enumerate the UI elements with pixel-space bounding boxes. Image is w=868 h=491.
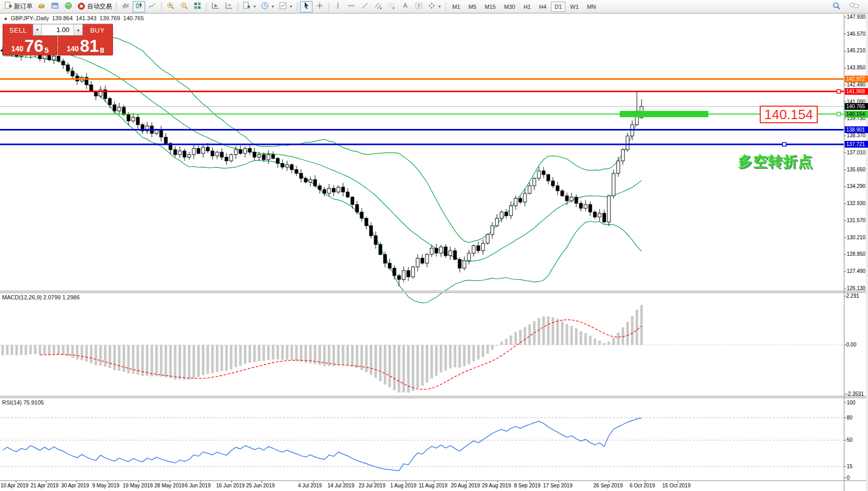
date-label: 16 Jun 2019	[216, 483, 245, 488]
tile-windows-button[interactable]	[191, 1, 204, 12]
macd-label: MACD(12,26,9) 2.0799 1.2986	[2, 294, 80, 300]
line-handle[interactable]	[782, 142, 786, 146]
trendline-button[interactable]	[359, 1, 371, 12]
line-chart-icon	[148, 2, 156, 11]
timeframe-m1[interactable]: M1	[449, 2, 464, 12]
timeframe-w1[interactable]: W1	[566, 2, 582, 12]
candlestick-chart-icon	[135, 2, 143, 11]
crosshair-button[interactable]	[314, 1, 326, 12]
price-annotation-box[interactable]: 140.154	[760, 106, 818, 123]
fibonacci-button[interactable]: F	[386, 1, 398, 12]
bar-chart-button[interactable]	[119, 1, 132, 12]
rsi-scale-label: 80	[847, 415, 852, 421]
band-middle	[3, 42, 642, 262]
band-lower	[3, 56, 642, 303]
date-label: 11 Aug 2019	[419, 483, 447, 488]
turning-point-annotation[interactable]: 多空转折点	[738, 152, 813, 171]
data-window-icon	[64, 2, 73, 11]
new-order-button[interactable]: 新订单	[3, 1, 34, 12]
bollinger-bands	[3, 29, 642, 303]
price-tick-label: 137.010	[847, 150, 865, 156]
date-label: 9 May 2019	[92, 483, 119, 488]
periods-button[interactable]: ▼	[259, 1, 276, 12]
tile-windows-icon	[193, 2, 202, 11]
line-chart-button[interactable]	[146, 1, 159, 12]
line-handle[interactable]	[837, 90, 841, 93]
date-label: 20 Aug 2019	[451, 483, 480, 488]
timeframe-d1[interactable]: D1	[551, 2, 565, 12]
date-label: 10 Apr 2019	[1, 483, 29, 488]
toolbar-separator	[297, 2, 297, 11]
zoom-out-button[interactable]	[178, 1, 190, 12]
symbol-period-label: GBPJPY-,Daily	[11, 15, 49, 21]
volume-input[interactable]	[42, 24, 74, 35]
price-tick-label: 134.290	[847, 183, 865, 190]
trendline-icon	[361, 2, 369, 11]
navigator-icon	[51, 2, 59, 11]
indicators-button[interactable]: ▼	[277, 1, 294, 12]
macd-scale-label: 0.00	[846, 342, 856, 348]
zoom-in-icon	[166, 2, 175, 11]
date-label: 23 Jul 2019	[359, 483, 386, 488]
cursor-button[interactable]	[300, 1, 312, 12]
auto-scroll-button[interactable]	[209, 1, 222, 12]
price-tick-label: 143.850	[847, 65, 865, 71]
indicators-icon	[279, 2, 287, 11]
horizontal-line-objects[interactable]	[0, 79, 844, 146]
timeframe-toolbar: M1M5M15M30H1H4D1W1MN	[448, 2, 600, 12]
rsi-indicator	[0, 418, 844, 471]
chart-canvas[interactable]	[0, 0, 868, 491]
data-window-button[interactable]	[62, 1, 75, 12]
zoom-in-button[interactable]	[164, 1, 177, 12]
date-label: 28 May 2019	[154, 483, 184, 488]
date-label: 17 Sep 2019	[543, 483, 573, 488]
toolbar-separator	[206, 2, 207, 11]
volume-increase-button[interactable]: ▲	[74, 24, 82, 35]
auto-trading-button[interactable]: 自动交易	[76, 1, 113, 12]
arrows-button[interactable]: ▼	[426, 1, 443, 12]
text-label-button[interactable]: A	[399, 1, 411, 12]
timeframe-h4[interactable]: H4	[535, 2, 550, 12]
svg-text:F: F	[393, 7, 395, 10]
vertical-line-button[interactable]	[332, 1, 344, 12]
date-label: 14 Jul 2019	[328, 483, 354, 488]
market-watch-button[interactable]	[35, 1, 48, 12]
text-box-button[interactable]: T	[412, 1, 425, 12]
date-label: 1 Aug 2019	[390, 483, 417, 488]
line-handle[interactable]	[837, 112, 841, 116]
svg-text:T: T	[417, 4, 420, 9]
timeframe-h1[interactable]: H1	[520, 2, 534, 12]
horizontal-line-button[interactable]	[345, 1, 358, 12]
new-template-button[interactable]: ▼	[241, 1, 258, 12]
search-button[interactable]	[830, 1, 843, 12]
price-badge: 141.968	[845, 88, 868, 95]
volume-stepper: ▼ ▲	[33, 24, 83, 36]
equidistant-channel-icon: E	[374, 2, 382, 11]
date-label: 25 Jun 2019	[246, 483, 275, 488]
new-order-icon	[4, 2, 12, 11]
date-label: 6 Jun 2019	[185, 483, 211, 488]
svg-text:A: A	[403, 2, 407, 9]
auto-trading-icon	[77, 2, 86, 11]
highlight-bar[interactable]	[620, 111, 708, 117]
chat-button[interactable]	[848, 1, 861, 12]
volume-decrease-button[interactable]: ▼	[33, 24, 42, 35]
svg-text:E: E	[380, 7, 382, 10]
date-label: 21 Apr 2019	[31, 483, 59, 488]
timeframe-m15[interactable]: M15	[481, 2, 499, 12]
price-tick-label: 146.570	[847, 31, 865, 37]
timeframe-mn[interactable]: MN	[584, 2, 600, 12]
equidistant-channel-button[interactable]: E	[372, 1, 385, 12]
timeframe-m30[interactable]: M30	[501, 2, 519, 12]
macd-scale-label: -2.3531	[846, 391, 864, 397]
navigator-button[interactable]	[49, 1, 61, 12]
one-click-trading-panel: SELL 140765 BUY 140818 ▼ ▲	[3, 24, 113, 55]
crosshair-icon	[316, 2, 324, 11]
candlestick-chart-button[interactable]	[133, 1, 145, 12]
open-value: 139.864	[52, 15, 73, 21]
close-value: 140.765	[123, 15, 144, 21]
pane-frame	[0, 14, 868, 491]
chart-shift-button[interactable]	[223, 1, 235, 12]
collapse-panel-icon[interactable]: ▲	[4, 16, 8, 21]
timeframe-m5[interactable]: M5	[465, 2, 480, 12]
